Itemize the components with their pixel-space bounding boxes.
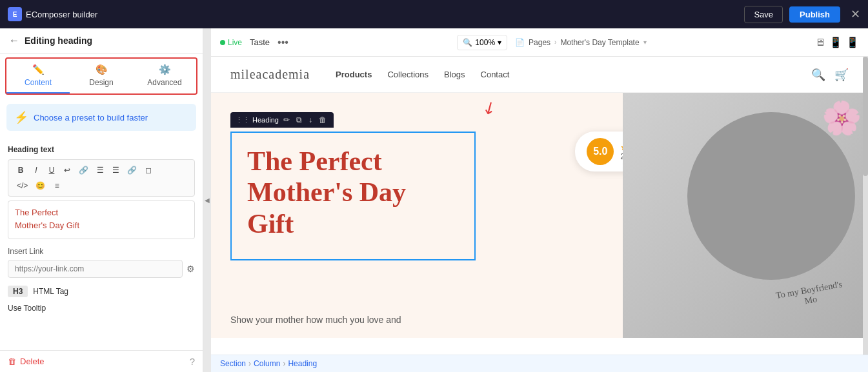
panel-header: ← Editing heading [0,28,203,54]
zoom-control[interactable]: 🔍 100% ▾ [457,35,507,50]
nav-search-icon[interactable]: 🔍 [811,68,825,82]
advanced-tab-icon: ⚙️ [159,64,171,75]
publish-button[interactable]: Publish [789,6,840,23]
back-button[interactable]: ← [9,35,19,46]
nav-contact[interactable]: Contact [481,70,510,79]
design-tab-label: Design [89,78,113,87]
product-image-placeholder: 🌸 To my Boyfriend's Mo [623,93,868,338]
product-image-area: 🌸 To my Boyfriend's Mo [623,93,868,338]
heading-text-label: Heading text [8,145,195,154]
breadcrumb-page-icon: 📄 [515,38,525,47]
canvas-scroll[interactable]: mileacademia Products Collections Blogs … [211,57,868,355]
bc-sep1: › [248,359,251,368]
link-button[interactable]: 🔗 [76,164,92,177]
content-tab-label: Content [25,78,52,87]
tab-content[interactable]: ✏️ Content [6,59,70,93]
canvas-scrollbar-thumb [863,57,868,176]
site-nav-links: Products Collections Blogs Contact [336,70,509,79]
canvas-scrollbar[interactable] [863,57,868,355]
editor-toolbar: B I U ↩ 🔗 ☰ ☰ 🔗 ◻ </> 😊 ≡ [8,159,195,197]
breadcrumb-template: Mother's Day Template [560,38,639,47]
advanced-tab-label: Advanced [147,78,181,87]
panel-tabs: ✏️ Content 🎨 Design ⚙️ Advanced [5,57,197,95]
italic-button[interactable]: I [29,164,43,177]
app-title: EComposer builder [26,10,97,19]
canvas-area: Live Taste ••• 🔍 100% ▾ 📄 Pages › Mother… [211,28,868,372]
bc-section[interactable]: Section [220,359,246,368]
site-nav: mileacademia Products Collections Blogs … [211,57,868,93]
hero-section: ↙ ⋮⋮ Heading ✏ ⧉ ↓ 🗑 [211,93,868,338]
heading-box: The Perfect Mother's Day Gift [230,132,476,260]
gift-label-text: To my Boyfriend's Mo [770,279,850,312]
text-content-box[interactable]: The Perfect Mother's Day Gift [8,201,195,239]
heading-edit-button[interactable]: ✏ [281,115,292,125]
zoom-value: 100% [475,38,495,47]
tab-advanced[interactable]: ⚙️ Advanced [133,59,196,93]
content-tab-icon: ✏️ [32,64,45,75]
page-wrapper: mileacademia Products Collections Blogs … [211,57,868,355]
preset-button[interactable]: ⚡ Choose a preset to build faster [6,104,196,131]
bc-column[interactable]: Column [254,359,280,368]
floral-decoration: 🌸 [822,99,862,137]
link-input-row: ⚙ [8,260,195,278]
tooltip-label: Use Tooltip [8,304,46,313]
breadcrumb-nav: 📄 Pages › Mother's Day Template ▾ [515,38,647,47]
breadcrumb-pages: Pages [529,38,550,47]
site-nav-right: 🔍 🛒 [811,68,849,82]
tablet-button[interactable]: 📱 [829,36,842,48]
nav-blogs[interactable]: Blogs [444,70,465,79]
undo-button[interactable]: ↩ [60,164,74,177]
emoji-button[interactable]: 😊 [32,179,48,192]
product-circular-image [687,112,855,280]
save-button[interactable]: Save [744,6,783,23]
heading-element[interactable]: ⋮⋮ Heading ✏ ⧉ ↓ 🗑 The Perfect [230,132,476,260]
collapse-handle[interactable]: ◀ [203,28,211,372]
panel-title: Editing heading [25,35,92,46]
delete-button[interactable]: 🗑 Delete [8,357,45,366]
insert-link-label: Insert Link [8,247,195,256]
link-input[interactable] [8,260,183,278]
more-options-button[interactable]: ••• [278,37,288,48]
ul-button[interactable]: ☰ [108,164,123,177]
ol-button[interactable]: ☰ [93,164,107,177]
html-tag-row: H3 HTML Tag [8,286,195,297]
nav-products[interactable]: Products [336,70,372,79]
heading-element-toolbar: ⋮⋮ Heading ✏ ⧉ ↓ 🗑 [230,112,334,128]
heading-delete-button[interactable]: 🗑 [317,115,328,125]
link2-button[interactable]: 🔗 [124,164,140,177]
text-line2: Mother's Day Gift [15,219,188,232]
panel-footer: 🗑 Delete ? [0,350,203,372]
nav-collections[interactable]: Collections [387,70,429,79]
bc-heading[interactable]: Heading [288,359,317,368]
search-icon: 🔍 [463,38,472,47]
tab-design[interactable]: 🎨 Design [70,59,133,93]
design-tab-icon: 🎨 [96,64,108,75]
left-panel: ← Editing heading ✏️ Content 🎨 Design ⚙️… [0,28,203,372]
live-label: Live [228,38,242,47]
panel-content: Heading text B I U ↩ 🔗 ☰ ☰ 🔗 ◻ </> 😊 ≡ [0,136,203,350]
preset-label: Choose a preset to build faster [34,113,148,122]
heading-display-text: The Perfect Mother's Day Gift [247,146,459,239]
help-button[interactable]: ? [190,356,195,367]
mobile-button[interactable]: 📱 [846,36,859,48]
nav-cart-icon[interactable]: 🛒 [834,68,849,82]
html-tag-label: HTML Tag [33,287,68,296]
heading-move-down-button[interactable]: ↓ [307,115,314,125]
image-button[interactable]: ◻ [141,164,156,177]
zoom-chevron-icon: ▾ [498,38,501,47]
heading-toolbar-drag-icon: ⋮⋮ [236,116,250,124]
device-buttons: 🖥 📱 📱 [815,36,859,48]
breadcrumb-sep1: › [554,39,556,46]
underline-button[interactable]: U [45,164,59,177]
link-settings-button[interactable]: ⚙ [187,264,195,274]
bold-button[interactable]: B [14,164,28,177]
close-button[interactable]: ✕ [851,7,860,21]
site-logo: mileacademia [230,67,310,82]
html-tag-badge: H3 [8,286,28,297]
code-button[interactable]: </> [14,179,31,192]
heading-copy-button[interactable]: ⧉ [294,115,304,125]
delete-label: Delete [20,357,45,366]
monitor-button[interactable]: 🖥 [815,37,825,48]
live-dot [220,40,225,45]
stack-button[interactable]: ≡ [50,179,64,192]
